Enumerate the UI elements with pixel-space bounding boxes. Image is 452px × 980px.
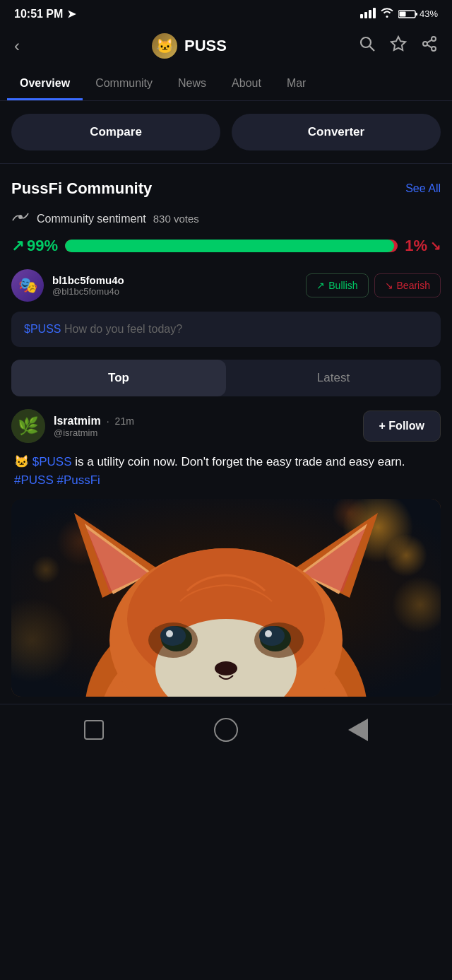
post-emoji: 🐱	[14, 455, 29, 468]
compare-button[interactable]: Compare	[11, 114, 220, 150]
svg-point-24	[32, 555, 60, 584]
feed-tabs: Top Latest	[11, 360, 441, 396]
coin-avatar: 🐱	[152, 33, 177, 59]
page-header: ‹ 🐱 PUSS	[0, 26, 452, 69]
svg-rect-0	[360, 14, 363, 18]
bear-arrow-icon: ↘	[430, 238, 441, 254]
square-icon	[84, 720, 104, 740]
bull-icon: ↗	[316, 280, 325, 291]
bear-icon: ↘	[385, 280, 393, 291]
post-item: 🌿 Isratmim · 21m @isratmim + Follow 🐱 $P…	[11, 409, 441, 697]
tab-overview[interactable]: Overview	[7, 69, 83, 100]
tab-top[interactable]: Top	[11, 360, 226, 396]
tab-community[interactable]: Community	[83, 69, 165, 100]
svg-point-7	[361, 37, 371, 47]
see-all-link[interactable]: See All	[405, 182, 441, 195]
header-actions	[359, 35, 438, 57]
wifi-icon	[380, 7, 394, 20]
user-avatar: 🎭	[11, 269, 44, 302]
post-avatar: 🌿	[11, 409, 45, 443]
coin-name: PUSS	[184, 37, 227, 55]
stop-button[interactable]	[81, 717, 107, 743]
time-display: 10:51 PM	[14, 8, 63, 20]
follow-button[interactable]: + Follow	[363, 411, 441, 442]
progress-row: ↗ 99% 1% ↘	[11, 237, 441, 255]
svg-rect-3	[373, 8, 376, 18]
post-hashtags[interactable]: #PUSS #PussFi	[14, 473, 100, 487]
star-icon[interactable]	[390, 35, 407, 57]
input-ticker: $PUSS	[24, 323, 61, 335]
sentiment-votes: 830 votes	[153, 213, 199, 225]
user-interaction-row: 🎭 bl1bc5fomu4o @bl1bc5fomu4o ↗ Bullish ↘…	[11, 269, 441, 302]
post-time: ·	[107, 415, 109, 427]
svg-rect-2	[369, 10, 371, 18]
community-title: PussFi Community	[11, 179, 152, 198]
status-bar: 10:51 PM ➤ 43%	[0, 0, 452, 26]
navigation-tabs: Overview Community News About Mar	[0, 69, 452, 101]
post-header: 🌿 Isratmim · 21m @isratmim + Follow	[11, 409, 441, 443]
action-buttons: Compare Converter	[0, 101, 452, 163]
post-timestamp: 21m	[115, 415, 134, 427]
svg-text:🌿: 🌿	[18, 415, 39, 436]
location-icon: ➤	[67, 8, 76, 20]
post-ticker[interactable]: $PUSS	[32, 455, 72, 468]
back-button[interactable]: ‹	[14, 36, 20, 56]
bearish-button[interactable]: ↘ Bearish	[374, 273, 441, 297]
tab-latest[interactable]: Latest	[226, 360, 441, 396]
battery-icon: 43%	[398, 8, 438, 19]
sentiment-label: Community sentiment	[37, 213, 146, 225]
sentiment-vote-buttons: ↗ Bullish ↘ Bearish	[306, 273, 441, 297]
svg-point-43	[160, 626, 186, 646]
bullish-button[interactable]: ↗ Bullish	[306, 273, 368, 297]
comment-input-area[interactable]: $PUSS How do you feel today?	[11, 312, 441, 347]
post-image	[11, 499, 441, 697]
circle-icon	[214, 718, 238, 742]
community-header: PussFi Community See All	[11, 179, 441, 198]
post-handle: @isratmim	[54, 427, 355, 438]
tab-about[interactable]: About	[219, 69, 274, 100]
svg-point-44	[259, 626, 285, 646]
signal-icon	[360, 7, 376, 20]
bullish-fill	[65, 240, 394, 252]
bullish-percentage: ↗ 99%	[11, 237, 58, 255]
triangle-icon	[348, 719, 368, 741]
back-nav-button[interactable]	[345, 717, 371, 743]
status-time: 10:51 PM ➤	[14, 8, 76, 20]
post-username: Isratmim · 21m	[54, 415, 355, 427]
header-title: 🐱 PUSS	[152, 33, 227, 59]
svg-line-14	[427, 45, 432, 47]
share-icon[interactable]	[421, 35, 438, 57]
svg-marker-9	[391, 37, 405, 50]
sentiment-icon	[11, 211, 30, 227]
tab-market[interactable]: Mar	[274, 69, 319, 100]
bull-arrow-icon: ↗	[11, 237, 24, 255]
svg-rect-6	[399, 11, 405, 16]
svg-rect-5	[415, 13, 417, 16]
sentiment-row: Community sentiment 830 votes	[11, 211, 441, 227]
post-content: 🐱 $PUSS is a utility coin now. Don't for…	[11, 453, 441, 489]
svg-point-47	[215, 661, 237, 675]
svg-point-15	[19, 216, 22, 218]
status-right: 43%	[360, 7, 438, 20]
user-handle: @bl1bc5fomu4o	[52, 286, 297, 297]
svg-point-20	[385, 534, 427, 577]
svg-point-45	[166, 630, 173, 637]
post-user-info: Isratmim · 21m @isratmim	[54, 415, 355, 438]
svg-point-46	[265, 630, 272, 637]
tab-news[interactable]: News	[165, 69, 219, 100]
search-icon[interactable]	[359, 35, 376, 57]
user-display-name: bl1bc5fomu4o	[52, 274, 297, 286]
svg-rect-1	[364, 12, 367, 18]
user-info: bl1bc5fomu4o @bl1bc5fomu4o	[52, 274, 297, 297]
input-placeholder: How do you feel today?	[64, 323, 182, 335]
sentiment-progress-bar	[65, 240, 398, 252]
svg-line-8	[369, 47, 374, 52]
converter-button[interactable]: Converter	[232, 114, 441, 150]
post-text: is a utility coin now. Don't forget the …	[75, 455, 405, 468]
battery-pct: 43%	[420, 8, 438, 19]
community-section: PussFi Community See All Community senti…	[0, 164, 452, 704]
bearish-percentage: 1% ↘	[405, 237, 441, 255]
bottom-navigation	[0, 704, 452, 755]
home-button[interactable]	[213, 717, 239, 743]
svg-line-13	[427, 40, 432, 42]
